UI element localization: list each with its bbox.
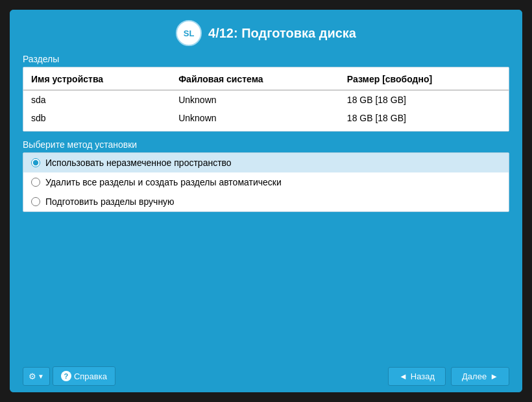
radio-opt3[interactable] bbox=[31, 197, 40, 206]
help-icon: ? bbox=[61, 371, 71, 381]
partitions-section: Разделы Имя устройства Файловая система … bbox=[23, 54, 509, 132]
option-label-3: Подготовить разделы вручную bbox=[45, 196, 175, 207]
next-arrow-icon: ► bbox=[490, 372, 498, 381]
table-row: sda Unknown 18 GB [18 GB] bbox=[23, 90, 509, 109]
back-arrow-icon: ◄ bbox=[399, 372, 407, 381]
cell-size: 18 GB [18 GB] bbox=[339, 90, 509, 109]
back-label: Назад bbox=[411, 372, 435, 381]
col-size: Размер [свободно] bbox=[339, 67, 509, 90]
col-filesystem: Файловая система bbox=[171, 67, 339, 90]
option-label-2: Удалить все разделы и создать разделы ав… bbox=[45, 177, 282, 187]
radio-opt2[interactable] bbox=[31, 178, 40, 187]
help-label: Справка bbox=[74, 372, 107, 381]
footer-right: ◄ Назад Далее ► bbox=[388, 367, 509, 386]
install-option-1[interactable]: Использовать неразмеченное пространство bbox=[23, 153, 509, 172]
footer-left: ⚙ ▼ ? Справка bbox=[23, 366, 115, 386]
install-method-label: Выберите метод установки bbox=[23, 139, 509, 150]
header: SL 4/12: Подготовка диска bbox=[10, 10, 522, 54]
back-button[interactable]: ◄ Назад bbox=[388, 367, 446, 386]
radio-opt1[interactable] bbox=[31, 158, 40, 167]
content-area: Разделы Имя устройства Файловая система … bbox=[10, 54, 522, 360]
partitions-table-container: Имя устройства Файловая система Размер [… bbox=[23, 67, 509, 132]
install-option-2[interactable]: Удалить все разделы и создать разделы ав… bbox=[23, 172, 509, 192]
install-method-section: Выберите метод установки Использовать не… bbox=[23, 139, 509, 212]
next-label: Далее bbox=[462, 372, 487, 381]
cell-filesystem: Unknown bbox=[171, 109, 339, 131]
col-device: Имя устройства bbox=[23, 67, 171, 90]
partitions-table: Имя устройства Файловая система Размер [… bbox=[23, 67, 509, 131]
logo: SL bbox=[176, 20, 202, 46]
cell-device: sdb bbox=[23, 109, 171, 131]
cell-filesystem: Unknown bbox=[171, 90, 339, 109]
option-label-1: Использовать неразмеченное пространство bbox=[45, 158, 232, 168]
page-title: 4/12: Подготовка диска bbox=[208, 26, 356, 41]
next-button[interactable]: Далее ► bbox=[451, 367, 509, 386]
tools-icon: ⚙ bbox=[29, 372, 36, 381]
help-button[interactable]: ? Справка bbox=[53, 366, 115, 386]
cell-device: sda bbox=[23, 90, 171, 109]
table-header-row: Имя устройства Файловая система Размер [… bbox=[23, 67, 509, 90]
cell-size: 18 GB [18 GB] bbox=[339, 109, 509, 131]
table-row: sdb Unknown 18 GB [18 GB] bbox=[23, 109, 509, 131]
install-option-3[interactable]: Подготовить разделы вручную bbox=[23, 192, 509, 211]
tools-arrow: ▼ bbox=[38, 373, 44, 380]
tools-button[interactable]: ⚙ ▼ bbox=[23, 367, 50, 386]
partitions-label: Разделы bbox=[23, 54, 509, 64]
install-method-container: Использовать неразмеченное пространство … bbox=[23, 152, 509, 212]
logo-text: SL bbox=[184, 29, 195, 38]
footer: ⚙ ▼ ? Справка ◄ Назад Далее ► bbox=[10, 360, 522, 392]
main-window: SL 4/12: Подготовка диска Разделы Имя ус… bbox=[10, 10, 522, 392]
